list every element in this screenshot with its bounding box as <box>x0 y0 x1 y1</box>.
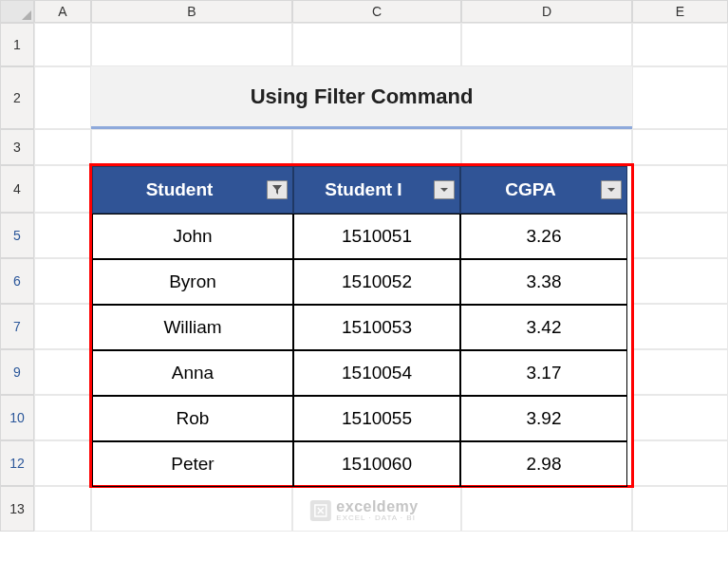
chevron-down-icon <box>606 184 617 196</box>
row-header-7[interactable]: 7 <box>0 304 34 349</box>
table-cell[interactable]: 1510052 <box>293 259 460 305</box>
cell[interactable] <box>461 486 632 532</box>
watermark: exceldemy EXCEL · DATA · BI <box>309 499 418 522</box>
cell[interactable] <box>632 486 728 532</box>
cell[interactable] <box>34 440 91 486</box>
cell[interactable] <box>34 258 91 304</box>
row-header-4[interactable]: 4 <box>0 165 34 213</box>
table-header-cgpa[interactable]: CGPA <box>460 166 627 214</box>
cell[interactable] <box>632 440 728 486</box>
cell[interactable] <box>632 66 728 129</box>
row-header-2[interactable]: 2 <box>0 66 34 129</box>
filter-button-student-id[interactable] <box>434 180 455 199</box>
col-header-D[interactable]: D <box>461 0 632 23</box>
cell[interactable] <box>34 486 91 532</box>
col-header-B[interactable]: B <box>91 0 292 23</box>
table-cell[interactable]: 1510051 <box>293 214 460 259</box>
row-header-13[interactable]: 13 <box>0 486 34 532</box>
table-cell[interactable]: William <box>92 305 293 350</box>
cell[interactable] <box>91 129 292 165</box>
row-header-10[interactable]: 10 <box>0 395 34 440</box>
filter-button-cgpa[interactable] <box>601 180 622 199</box>
table-cell[interactable]: 3.92 <box>460 396 627 441</box>
table-cell[interactable]: Byron <box>92 259 293 305</box>
cell[interactable] <box>632 258 728 304</box>
table-header-student[interactable]: Student <box>92 166 293 214</box>
cell[interactable] <box>34 213 91 258</box>
table-cell[interactable]: 1510053 <box>293 305 460 350</box>
cell[interactable] <box>34 395 91 440</box>
data-table: Student Student I CGPA John 1510051 3.26… <box>89 163 634 488</box>
cell[interactable] <box>632 349 728 395</box>
table-cell[interactable]: 3.26 <box>460 214 627 259</box>
cell[interactable] <box>632 304 728 349</box>
cell[interactable] <box>461 129 632 165</box>
row-header-3[interactable]: 3 <box>0 129 34 165</box>
watermark-sub: EXCEL · DATA · BI <box>336 514 418 522</box>
row-header-5[interactable]: 5 <box>0 213 34 258</box>
cell[interactable] <box>91 486 292 532</box>
table-cell[interactable]: Peter <box>92 441 293 487</box>
cell[interactable] <box>34 23 91 66</box>
chevron-down-icon <box>439 184 450 196</box>
table-cell[interactable]: 1510054 <box>293 350 460 396</box>
cell[interactable] <box>632 129 728 165</box>
table-header-label: Student I <box>325 179 401 200</box>
filter-active-icon <box>271 184 283 196</box>
cell[interactable] <box>632 23 728 66</box>
watermark-main: exceldemy <box>336 499 418 514</box>
col-header-C[interactable]: C <box>292 0 461 23</box>
cell[interactable] <box>632 395 728 440</box>
table-cell[interactable]: 1510060 <box>293 441 460 487</box>
table-cell[interactable]: Anna <box>92 350 293 396</box>
cell[interactable] <box>292 23 461 66</box>
table-cell[interactable]: 3.42 <box>460 305 627 350</box>
cell[interactable] <box>632 165 728 213</box>
table-cell[interactable]: 3.38 <box>460 259 627 305</box>
col-header-E[interactable]: E <box>632 0 728 23</box>
table-header-student-id[interactable]: Student I <box>293 166 460 214</box>
cell[interactable] <box>34 129 91 165</box>
table-cell[interactable]: John <box>92 214 293 259</box>
exceldemy-logo-icon <box>309 500 330 521</box>
cell[interactable] <box>292 129 461 165</box>
table-header-label: Student <box>146 179 214 200</box>
col-header-A[interactable]: A <box>34 0 91 23</box>
cell[interactable] <box>34 165 91 213</box>
cell[interactable] <box>34 304 91 349</box>
spreadsheet-grid: A B C D E 1 2 3 4 5 6 7 9 10 12 13 Using… <box>0 0 728 579</box>
row-header-6[interactable]: 6 <box>0 258 34 304</box>
cell[interactable] <box>91 23 292 66</box>
table-cell[interactable]: Rob <box>92 396 293 441</box>
table-cell[interactable]: 1510055 <box>293 396 460 441</box>
row-header-1[interactable]: 1 <box>0 23 34 66</box>
row-header-9[interactable]: 9 <box>0 349 34 395</box>
watermark-text: exceldemy EXCEL · DATA · BI <box>336 499 418 522</box>
filter-button-student[interactable] <box>267 180 288 199</box>
select-all-corner[interactable] <box>0 0 34 23</box>
table-cell[interactable]: 3.17 <box>460 350 627 396</box>
cell[interactable] <box>461 23 632 66</box>
page-title: Using Filter Command <box>91 66 632 129</box>
row-header-12[interactable]: 12 <box>0 440 34 486</box>
table-header-label: CGPA <box>505 179 555 200</box>
table-cell[interactable]: 2.98 <box>460 441 627 487</box>
cell[interactable] <box>34 349 91 395</box>
cell[interactable] <box>632 213 728 258</box>
cell[interactable] <box>34 66 91 129</box>
